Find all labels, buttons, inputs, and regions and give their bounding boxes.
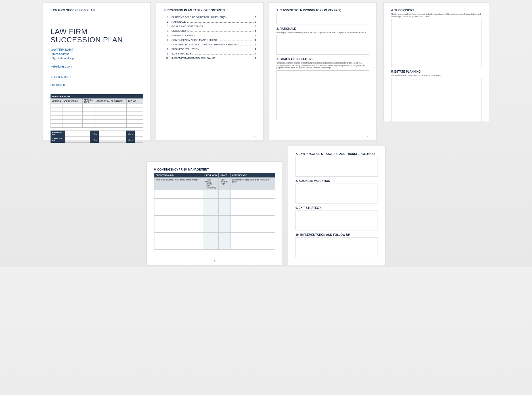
toc-page: 4 [255,48,256,51]
section-5-desc: Discuss the transfer / sale, and financi… [391,74,481,77]
vh-col-approved: APPROVED BY [62,98,82,104]
firm-block: LAW FIRM NAME Street Address City, State… [51,48,143,60]
toc-num: 7. [164,43,169,46]
table-row [51,124,143,128]
vh-col-version: VERSION [51,98,62,104]
risk-col-impact: IMPACT [218,173,231,178]
section-9: 9. EXIT STRATEGY [296,206,378,230]
toc-num: 10. [164,57,169,60]
table-row [51,120,143,124]
doc-date: 00/00/0000 [51,84,143,87]
toc-num: 6. [164,39,169,41]
section-4: 4. SUCCESSORS Identify successors based … [391,9,481,67]
toc-page: 4 [255,39,256,41]
toc-page: 3 [255,16,256,19]
toc-list: 1.CURRENT SOLE PROPRIETOR / PARTNER(S)32… [164,16,256,60]
toc-label: SUCCESSORS [171,30,189,32]
page-1: LAW FIRM SUCCESSION PLAN LAW FIRM SUCCES… [43,2,151,141]
toc-num: 2. [164,20,169,23]
vh-col-desc: DESCRIPTION OF CHANGE [95,98,127,104]
title-line1: LAW FIRM [51,27,87,36]
toc-page: 4 [255,57,256,60]
toc-leader [228,18,254,18]
table-row [154,241,275,250]
toc-item: 6.CONTINGENCY / RISK MANAGEMENT4 [164,39,256,41]
section-10-box [296,238,378,257]
toc-label: CONTINGENCY / RISK MANAGEMENT [171,39,217,41]
toc-item: 4.SUCCESSORS4 [164,30,256,32]
toc-leader [200,50,254,50]
section-9-title: 9. EXIT STRATEGY [296,206,378,209]
risk-col-contingency: CONTINGENCY [231,173,275,178]
table-row [51,112,143,116]
risk-col-risk: SUCCESSION RISK [154,173,203,178]
table-row [154,207,275,216]
toc-leader [219,41,254,41]
risk-col-likelihood: LIKELIHOOD [203,173,218,178]
table-row [154,190,275,199]
toc-page: 3 [255,20,256,23]
section-7: 7. LAW PRACTICE STRUCTURE AND TRANSFER M… [296,152,378,177]
toc-item: 9.EXIT STRATEGY4 [164,52,256,55]
toc-item: 5.ESTATE PLANNING4 [164,34,256,37]
toc-num: 9. [164,52,169,55]
firm-street: Street Address [51,52,69,56]
page-2: SUCCESSION PLAN TABLE OF CONTENTS 1.CURR… [156,2,264,141]
page-4: 4. SUCCESSORS Identify successors based … [384,2,489,121]
section-4-box [391,19,481,67]
vh-col-revdate: REVISION DATE [82,98,95,104]
toc-item: 8.BUSINESS VALUATION4 [164,48,256,51]
toc-label: LAW PRACTICE STRUCTURE AND TRANSFER METH… [171,43,239,46]
section-2-desc: Provide purpose of succession plan and t… [277,31,369,34]
table-row [51,104,143,108]
toc-label: CURRENT SOLE PROPRIETOR / PARTNER(S) [171,16,227,19]
section-7-title: 7. LAW PRACTICE STRUCTURE AND TRANSFER M… [296,152,378,156]
toc-num: 3. [164,25,169,28]
toc-item: 1.CURRENT SOLE PROPRIETOR / PARTNER(S)3 [164,16,256,19]
risk-help-impact: • Low • Medium • High [218,178,231,190]
firm-city: City, State and Zip [51,57,74,60]
toc-leader [217,59,254,59]
signature-table: PREPARED BY TITLE DATE APPROVED BY TITLE… [51,131,143,143]
section-5-box [391,78,481,121]
section-6-title: 6. CONTINGENCY / RISK MANAGEMENT [154,168,275,171]
section-10: 10. IMPLEMENTATION AND FOLLOW UP [296,233,378,257]
section-5-title: 5. ESTATE PLANNING [391,70,481,73]
toc-num: 1. [164,16,169,19]
toc-leader [240,45,254,45]
toc-page: 4 [255,43,256,46]
section-8: 8. BUSINESS VALUATION [296,179,378,203]
section-5: 5. ESTATE PLANNING Discuss the transfer … [391,70,481,121]
section-2-box [277,35,369,55]
toc-label: IMPLEMENTATION AND FOLLOW UP [171,57,215,60]
toc-leader [192,54,254,54]
section-1-title: 1. CURRENT SOLE PROPRIETOR / PARTNER(S) [277,9,369,12]
section-8-title: 8. BUSINESS VALUATION [296,179,378,182]
title-line2: SUCCESSION PLAN [51,35,123,44]
section-4-desc: Identify successors based upon assessed … [391,13,481,18]
sig-prepared-by: PREPARED BY [51,131,65,137]
section-3-box [277,70,369,120]
section-3-title: 3. GOALS AND OBJECTIVES [277,58,369,61]
page-number: 1 [141,136,142,138]
page-6: 7. LAW PRACTICE STRUCTURE AND TRANSFER M… [288,146,386,265]
section-7-box [296,157,378,177]
toc-item: 10.IMPLEMENTATION AND FOLLOW UP4 [164,57,256,60]
toc-item: 7.LAW PRACTICE STRUCTURE AND TRANSFER ME… [164,43,256,46]
section-1-box [277,13,369,24]
risk-help-risk: What could go wrong? What is the potenti… [154,178,203,190]
toc-label: ESTATE PLANNING [171,34,195,37]
version-history-table: VERSION HISTORY VERSION APPROVED BY REVI… [51,94,143,128]
toc-item: 3.GOALS AND OBJECTIVES3 [164,25,256,28]
section-2-title: 2. RATIONALE [277,27,369,30]
page-number: 3 [367,136,368,138]
toc-heading: SUCCESSION PLAN TABLE OF CONTENTS [164,9,256,12]
page-5: 6. CONTINGENCY / RISK MANAGEMENT SUCCESS… [146,161,283,265]
toc-item: 2.RATIONALE3 [164,20,256,23]
toc-label: EXIT STRATEGY [171,52,191,55]
sig-approved-by: APPROVED BY [51,137,65,143]
section-1: 1. CURRENT SOLE PROPRIETOR / PARTNER(S) [277,9,369,24]
risk-help-row: What could go wrong? What is the potenti… [154,178,275,190]
page-number: 2 [254,136,255,138]
table-row [154,199,275,207]
